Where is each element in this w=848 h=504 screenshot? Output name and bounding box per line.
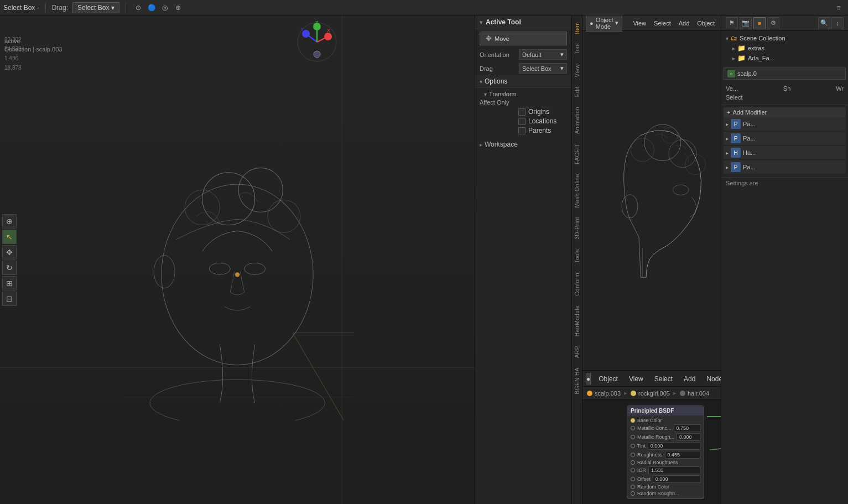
select-menu-shader[interactable]: Select xyxy=(651,374,676,384)
origins-checkbox[interactable] xyxy=(518,108,526,116)
origins-checkbox-row: Origins xyxy=(480,108,567,116)
node-row-random-color: Random Color xyxy=(631,484,700,490)
vtab-3d-print[interactable]: 3D-Print xyxy=(573,212,582,244)
vtab-tool[interactable]: Tool xyxy=(573,39,582,59)
collection-tree: ▾ 🗂 Scene Collection ▸ 📁 extras ▸ 📁 Ada_… xyxy=(724,33,846,63)
vtab-tools[interactable]: Tools xyxy=(573,245,582,268)
active-tool-header: ▾ Active Tool xyxy=(475,15,571,29)
node-breadcrumb: scalp.003 ▸ rockgirl.005 ▸ hair.004 xyxy=(582,387,721,400)
rotate-tool[interactable]: ↻ xyxy=(2,261,17,275)
select-box-button[interactable]: Select Box ▾ xyxy=(72,2,119,13)
svg-point-5 xyxy=(202,172,255,225)
drag-dropdown[interactable]: Select Box ▾ xyxy=(519,63,567,74)
vtab-faceit[interactable]: FACEIT xyxy=(573,139,582,169)
add-menu[interactable]: Add xyxy=(676,19,693,28)
drag-label-field: Drag xyxy=(480,65,516,72)
affect-only-label: Affect Only xyxy=(480,99,516,106)
shader-mode-icon: ● xyxy=(586,373,591,385)
right-viewport-menus: View Select Add Object RetopoFlow xyxy=(630,19,721,28)
breadcrumb-rockgirl[interactable]: rockgirl.005 xyxy=(631,390,670,397)
modifier-item-2[interactable]: ▸ P Pa... xyxy=(724,132,846,145)
locations-checkbox-row: Locations xyxy=(480,117,567,125)
left-3d-viewport[interactable]: active Collection | scalp.003 83,302 54,… xyxy=(0,15,475,504)
right-area: Item Tool View Edit Animation FACEIT Mes… xyxy=(571,15,848,504)
object-menu[interactable]: Object xyxy=(694,19,717,28)
vtab-mesh-online[interactable]: Mesh Online xyxy=(573,169,582,212)
tree-ada[interactable]: ▸ 📁 Ada_Fa... xyxy=(724,53,846,63)
vtab-view[interactable]: View xyxy=(573,60,582,82)
right-3d-viewport[interactable]: ● Object Mode ▾ View Select Add Object R… xyxy=(582,15,721,371)
orientation-dropdown[interactable]: Default ▾ xyxy=(519,49,567,60)
options-icon[interactable]: ≡ xyxy=(833,2,845,14)
node-menu-shader[interactable]: Node xyxy=(703,374,721,384)
workspace-section[interactable]: ▸ Workspace xyxy=(475,138,571,150)
mod-icon-2: P xyxy=(731,133,741,143)
add-modifier-button[interactable]: + Add Modifier xyxy=(724,107,846,117)
properties-panel: ⚑ 📷 ≡ ⚙ 🔍 ↕ ▾ 🗂 Scene Collection xyxy=(721,15,848,504)
object-mode-select[interactable]: ● Object Mode ▾ xyxy=(586,15,622,32)
object-menu-shader[interactable]: Object xyxy=(595,374,621,384)
scalp-object-row[interactable]: ○ scalp.0 xyxy=(724,67,846,80)
breadcrumb-scalp[interactable]: scalp.003 xyxy=(587,390,621,397)
view-menu[interactable]: View xyxy=(630,19,649,28)
tree-scene-collection[interactable]: ▾ 🗂 Scene Collection xyxy=(724,33,846,43)
snapping-icon[interactable]: ⊕ xyxy=(172,2,184,14)
vtab-animation[interactable]: Animation xyxy=(573,102,582,138)
add-menu-shader[interactable]: Add xyxy=(680,374,699,384)
locations-checkbox[interactable] xyxy=(518,118,526,125)
move-button[interactable]: ✥ Move xyxy=(480,32,567,45)
svg-point-30 xyxy=(622,194,638,217)
right-column: ● Object Mode ▾ View Select Add Object R… xyxy=(582,15,721,504)
cursor-tool[interactable]: ⊕ xyxy=(2,214,17,228)
tree-extras[interactable]: ▸ 📁 extras xyxy=(724,43,846,53)
viewport-tools-left: ⊕ ↖ ✥ ↻ ⊞ ⊟ xyxy=(2,214,17,306)
prop-icon-view[interactable]: ⚙ xyxy=(767,17,779,29)
vtab-edit[interactable]: Edit xyxy=(573,82,582,101)
vtab-item[interactable]: Item xyxy=(573,18,582,38)
vtab-bgen[interactable]: BGEN HA xyxy=(573,363,582,399)
prop-icon-scene[interactable]: ⚑ xyxy=(726,17,738,29)
modifier-item-4[interactable]: ▸ P Pa... xyxy=(724,160,846,174)
node-row-metallic-rough: Metallic Rough... 0.000 xyxy=(631,433,700,441)
principled-bsdf-node[interactable]: Principled BSDF Base Color Metallic Conc… xyxy=(627,406,704,499)
move-tool[interactable]: ✥ xyxy=(2,245,17,259)
svg-point-26 xyxy=(631,138,654,161)
parents-checkbox[interactable] xyxy=(518,127,526,134)
ada-label: Ada_Fa... xyxy=(748,55,774,61)
retopoflow-menu[interactable]: RetopoFlow xyxy=(720,19,721,28)
snap-icon[interactable]: 🔵 xyxy=(145,2,158,14)
socket-met-conc xyxy=(631,426,635,430)
vtab-conform[interactable]: Conform xyxy=(573,268,582,300)
prop-icon-filter[interactable]: 🔍 xyxy=(818,17,830,29)
prop-icon-render[interactable]: 📷 xyxy=(740,17,752,29)
move-btn-row: ✥ Move xyxy=(475,29,571,48)
shader-canvas[interactable]: Principled BSDF Base Color Metallic Conc… xyxy=(582,400,721,504)
breadcrumb-hair[interactable]: hair.004 xyxy=(680,390,709,397)
right-viewport-header: ● Object Mode ▾ View Select Add Object R… xyxy=(582,15,721,31)
options-section-header[interactable]: ▾ Options xyxy=(475,75,571,88)
head-model-svg xyxy=(93,100,381,420)
vtab-arp[interactable]: ARP xyxy=(573,341,582,362)
prop-icon-output[interactable]: ≡ xyxy=(753,17,766,29)
proportional-icon[interactable]: ◎ xyxy=(159,2,171,14)
transform-tool[interactable]: ⊟ xyxy=(2,292,17,306)
scale-tool[interactable]: ⊞ xyxy=(2,276,17,290)
transform-header[interactable]: ▾ Transform xyxy=(480,89,567,99)
modifier-item-1[interactable]: ▸ P Pa... xyxy=(724,117,846,131)
prop-icon-sort[interactable]: ↕ xyxy=(831,17,844,29)
options-arrow: ▾ xyxy=(480,79,482,85)
select-tool[interactable]: ↖ xyxy=(2,230,17,244)
viewport-gizmo[interactable]: X Y Z xyxy=(295,20,350,75)
wr-label: Wr xyxy=(836,85,844,92)
scene-collection-icon: 🗂 xyxy=(731,34,737,42)
principled-bsdf-body: Base Color Metallic Conc... 0.750 Metall xyxy=(627,415,704,498)
modifier-item-3[interactable]: ▸ H Ha... xyxy=(724,146,846,159)
global-pivot-icon[interactable]: ⊙ xyxy=(132,2,144,14)
svg-point-23 xyxy=(314,51,320,58)
view-menu-shader[interactable]: View xyxy=(626,374,647,384)
select-menu[interactable]: Select xyxy=(651,19,674,28)
workspace-arrow: ▸ xyxy=(480,142,482,148)
vtab-hairmodule[interactable]: HairModule xyxy=(573,301,582,341)
node-row-tint: Tint 0.000 xyxy=(631,441,700,450)
move-icon: ✥ xyxy=(486,34,492,43)
